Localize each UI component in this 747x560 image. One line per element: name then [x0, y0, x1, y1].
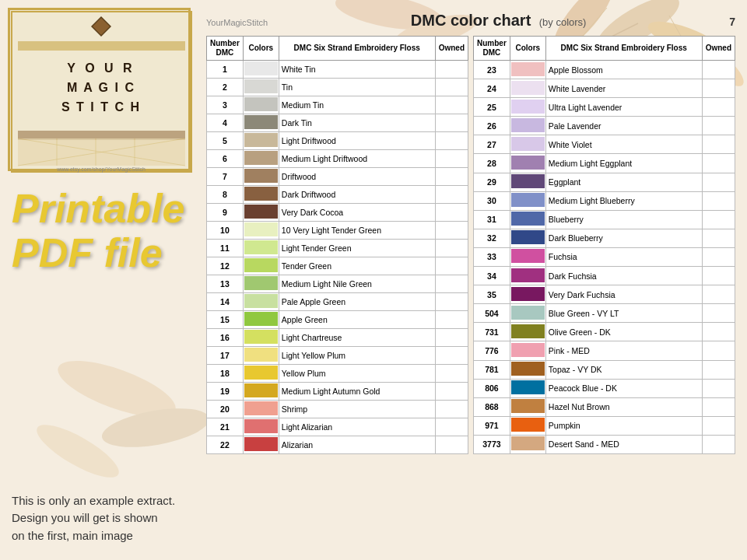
- dmc-number: 3773: [474, 435, 510, 453]
- bottom-caption: This is only an example extract. Design …: [12, 492, 175, 545]
- table-row: 11 Light Tender Green: [207, 240, 468, 257]
- color-name: Very Dark Cocoa: [279, 204, 435, 222]
- color-swatch-cell: [243, 79, 279, 96]
- dmc-number: 1: [207, 61, 244, 79]
- color-swatch-cell: [510, 416, 545, 435]
- table-row: 16 Light Chartreuse: [207, 329, 468, 347]
- color-name: Blueberry: [545, 210, 702, 229]
- table-row: 34 Dark Fuchsia: [474, 267, 735, 285]
- color-swatch: [511, 418, 545, 432]
- color-name: Ultra Light Lavender: [545, 98, 702, 117]
- table-row: 6 Medium Light Driftwood: [207, 150, 468, 168]
- dmc-number: 806: [474, 379, 510, 397]
- owned-cell: [435, 383, 468, 401]
- dmc-number: 731: [474, 323, 510, 341]
- dmc-number: 35: [474, 285, 510, 304]
- svg-text:S T I T C H: S T I T C H: [61, 100, 141, 114]
- table-row: 35 Very Dark Fuchsia: [474, 285, 735, 304]
- dmc-number: 22: [207, 436, 244, 454]
- color-swatch: [244, 294, 278, 308]
- dmc-number: 20: [207, 401, 244, 418]
- owned-cell: [702, 341, 735, 360]
- table-row: 24 White Lavender: [474, 79, 735, 98]
- color-swatch: [511, 268, 545, 282]
- color-name: Pink - MED: [545, 341, 702, 360]
- color-name: Pale Lavender: [545, 117, 702, 135]
- owned-cell: [435, 204, 468, 222]
- color-swatch: [244, 79, 278, 93]
- dmc-number: 24: [474, 79, 510, 98]
- owned-cell: [435, 186, 468, 204]
- owned-cell: [702, 229, 735, 247]
- color-swatch: [511, 362, 545, 376]
- table-row: 30 Medium Light Blueberry: [474, 191, 735, 210]
- color-swatch: [244, 133, 278, 147]
- color-swatch-cell: [510, 247, 545, 266]
- color-swatch-cell: [510, 397, 545, 416]
- color-name: Dark Tin: [279, 114, 435, 132]
- owned-cell: [435, 132, 468, 150]
- color-name: Medium Tin: [279, 96, 435, 114]
- color-swatch: [244, 330, 278, 344]
- owned-cell: [702, 435, 735, 453]
- site-name: YourMagicStitch: [206, 18, 268, 27]
- owned-cell: [702, 173, 735, 191]
- color-swatch-cell: [510, 267, 545, 285]
- owned-cell: [702, 360, 735, 379]
- color-swatch: [511, 380, 545, 394]
- color-swatch: [511, 62, 545, 76]
- table-row: 731 Olive Green - DK: [474, 323, 735, 341]
- color-swatch: [244, 205, 278, 219]
- table-row: 28 Medium Light Eggplant: [474, 154, 735, 173]
- dmc-number: 11: [207, 240, 244, 257]
- table-row: 17 Light Yellow Plum: [207, 347, 468, 365]
- owned-cell: [702, 79, 735, 98]
- table-row: 5 Light Driftwood: [207, 132, 468, 150]
- dmc-number: 971: [474, 416, 510, 435]
- th-name-right: DMC Six Strand Embroidery Floss: [545, 37, 702, 61]
- color-name: Medium Light Driftwood: [279, 150, 435, 168]
- dmc-number: 32: [474, 229, 510, 247]
- table-row: 21 Light Alizarian: [207, 418, 468, 436]
- dmc-number: 4: [207, 114, 244, 132]
- dmc-number: 30: [474, 191, 510, 210]
- color-swatch-cell: [243, 365, 279, 383]
- table-row: 27 White Violet: [474, 135, 735, 154]
- dmc-number: 33: [474, 247, 510, 266]
- dmc-number: 18: [207, 365, 244, 383]
- owned-cell: [435, 365, 468, 383]
- color-swatch: [511, 287, 545, 301]
- color-swatch-cell: [243, 240, 279, 257]
- color-swatch: [244, 437, 278, 451]
- owned-cell: [435, 329, 468, 347]
- color-name: Medium Light Eggplant: [545, 154, 702, 173]
- color-swatch: [511, 81, 545, 95]
- color-swatch: [244, 348, 278, 362]
- owned-cell: [702, 267, 735, 285]
- color-swatch: [511, 193, 545, 207]
- color-swatch-cell: [243, 418, 279, 436]
- chart-title: DMC color chart: [411, 12, 531, 29]
- dmc-number: 3: [207, 96, 244, 114]
- table-row: 10 10 Very Light Tender Green: [207, 222, 468, 240]
- th-name-left: DMC Six Strand Embroidery Floss: [279, 37, 435, 61]
- color-name: Tin: [279, 79, 435, 96]
- color-name: Yellow Plum: [279, 365, 435, 383]
- color-name: Medium Light Blueberry: [545, 191, 702, 210]
- color-swatch-cell: [243, 132, 279, 150]
- dmc-number: 9: [207, 204, 244, 222]
- color-swatch-cell: [510, 79, 545, 98]
- color-swatch: [244, 151, 278, 165]
- color-swatch-cell: [243, 401, 279, 418]
- color-swatch: [511, 230, 545, 244]
- color-swatch-cell: [510, 210, 545, 229]
- color-swatch-cell: [510, 379, 545, 397]
- right-color-table: Number DMC Colors DMC Six Strand Embroid…: [473, 36, 735, 454]
- dmc-number: 31: [474, 210, 510, 229]
- color-swatch-cell: [243, 222, 279, 240]
- color-swatch: [511, 174, 545, 188]
- table-row: 971 Pumpkin: [474, 416, 735, 435]
- table-row: 20 Shrimp: [207, 401, 468, 418]
- table-row: 15 Apple Green: [207, 311, 468, 329]
- color-swatch: [244, 383, 278, 397]
